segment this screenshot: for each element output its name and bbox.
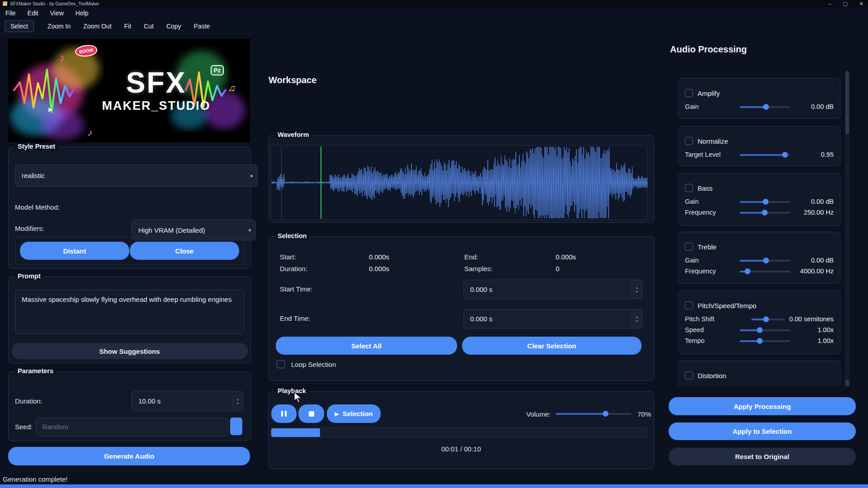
- duration-label: Duration:: [15, 397, 42, 405]
- apply-to-selection-button[interactable]: Apply to Selection: [669, 422, 856, 440]
- modifier-distant-button[interactable]: Distant: [20, 242, 129, 260]
- maximize-button[interactable]: ▢: [843, 1, 847, 7]
- tool-zoom-in[interactable]: Zoom In: [47, 23, 71, 30]
- tool-fit[interactable]: Fit: [124, 23, 132, 30]
- normalize-group: Normalize Target Level 0.95: [678, 126, 840, 166]
- treble-gain-label: Gain: [685, 257, 740, 264]
- start-time-input[interactable]: [464, 280, 642, 299]
- bottom-accent-strip: [0, 484, 868, 488]
- menu-view[interactable]: View: [50, 9, 64, 17]
- bass-gain-slider[interactable]: [740, 198, 790, 205]
- modifiers-frame: Distant Close: [15, 237, 244, 265]
- sel-samples-value: 0: [556, 265, 559, 272]
- target-level-slider[interactable]: [740, 151, 790, 158]
- generate-audio-button[interactable]: Generate Audio: [8, 447, 250, 465]
- treble-frequency-slider[interactable]: [740, 268, 790, 275]
- tool-zoom-out[interactable]: Zoom Out: [83, 23, 111, 30]
- reset-to-original-button[interactable]: Reset to Original: [669, 448, 856, 465]
- play-selection-label: Selection: [343, 410, 373, 418]
- target-level-value: 0.95: [795, 151, 834, 158]
- start-time-label: Start Time:: [280, 285, 313, 293]
- spin-arrows-icon[interactable]: ▲▼: [632, 310, 642, 328]
- tempo-slider[interactable]: [740, 338, 790, 344]
- toolbar: Select Zoom In Zoom Out Fit Cut Copy Pas…: [0, 19, 868, 34]
- treble-gain-slider[interactable]: [740, 257, 790, 264]
- normalize-checkbox[interactable]: [685, 137, 693, 145]
- close-button[interactable]: ✕: [859, 1, 863, 7]
- play-selection-button[interactable]: ▶ Selection: [327, 404, 381, 423]
- pitch-shift-label: Pitch Shift: [685, 315, 751, 323]
- clear-selection-button[interactable]: Clear Selection: [462, 337, 642, 355]
- playback-time: 00:01 / 00:10: [269, 445, 654, 453]
- spin-arrows-icon[interactable]: ▲▼: [632, 280, 642, 299]
- stop-icon: [309, 411, 314, 417]
- playback-progress-fill: [271, 428, 320, 437]
- pause-button[interactable]: [271, 404, 297, 423]
- style-preset-combobox[interactable]: realistic: [15, 164, 258, 187]
- processing-scrollbar[interactable]: [845, 71, 849, 386]
- duration-input[interactable]: [132, 391, 243, 411]
- bass-label: Bass: [698, 184, 712, 192]
- workspace-heading: Workspace: [269, 75, 316, 85]
- modifier-close-button[interactable]: Close: [130, 242, 239, 260]
- seed-input[interactable]: [36, 418, 228, 436]
- playhead-cursor[interactable]: [321, 146, 321, 219]
- chevron-down-icon: [249, 229, 251, 231]
- start-time-spinbox[interactable]: ▲▼: [463, 280, 642, 299]
- parameters-title: Parameters: [15, 367, 56, 375]
- random-seed-button[interactable]: [230, 418, 242, 435]
- speed-slider[interactable]: [740, 327, 790, 333]
- stop-button[interactable]: [298, 404, 324, 423]
- menu-file[interactable]: File: [5, 9, 16, 17]
- distortion-label: Distortion: [698, 372, 726, 380]
- amplify-gain-slider[interactable]: [740, 103, 790, 110]
- prompt-textarea[interactable]: Massive spaceship slowly flying overhead…: [15, 290, 244, 334]
- waveform-plot: [271, 145, 647, 220]
- tool-copy[interactable]: Copy: [166, 23, 181, 30]
- tool-select[interactable]: Select: [5, 20, 34, 32]
- apply-processing-button[interactable]: Apply Processing: [669, 397, 856, 415]
- waveform-display[interactable]: [271, 145, 648, 220]
- pitch-shift-slider[interactable]: [751, 316, 785, 323]
- playback-progress-bar[interactable]: [271, 428, 648, 437]
- bass-group: Bass Gain 0.00 dB Frequency 250.00 Hz: [678, 173, 840, 226]
- amplify-gain-value: 0.00 dB: [795, 103, 834, 110]
- target-level-label: Target Level: [685, 151, 740, 158]
- minimize-button[interactable]: –: [828, 1, 831, 6]
- app-logo: SFX MAKER_STUDIO BOOM Pz ♪ ♫ ♪ ➤: [8, 39, 250, 142]
- end-time-input[interactable]: [464, 310, 642, 328]
- distortion-checkbox[interactable]: [685, 371, 693, 380]
- menu-help[interactable]: Help: [75, 9, 89, 17]
- duration-spinbox[interactable]: ▲▼: [132, 391, 243, 411]
- tool-cut[interactable]: Cut: [144, 23, 154, 30]
- end-time-label: End Time:: [280, 314, 311, 322]
- scrollbar-down-button[interactable]: [845, 380, 849, 386]
- menubar: File Edit View Help: [0, 7, 868, 19]
- volume-slider-handle[interactable]: [603, 411, 609, 417]
- bass-frequency-label: Frequency: [685, 209, 740, 216]
- treble-checkbox[interactable]: [685, 243, 693, 251]
- arrow-icon: ➤: [47, 106, 53, 114]
- tool-paste[interactable]: Paste: [194, 23, 210, 30]
- audio-processing-heading: Audio Processing: [670, 44, 747, 55]
- loop-selection-checkbox[interactable]: [277, 360, 285, 368]
- logo-pz-badge: Pz: [211, 65, 224, 75]
- speed-value: 1.00x: [795, 326, 834, 333]
- bass-checkbox[interactable]: [685, 184, 693, 192]
- seed-field[interactable]: [36, 418, 228, 436]
- volume-slider[interactable]: [556, 410, 632, 417]
- app-window: SFXMaker Studio - by GameDev_ToolMaker –…: [0, 0, 868, 488]
- sel-start-label: Start:: [280, 253, 296, 261]
- scrollbar-thumb[interactable]: [845, 71, 849, 134]
- select-all-button[interactable]: Select All: [276, 337, 457, 355]
- bass-frequency-slider[interactable]: [740, 209, 790, 216]
- waveform-marker-line: [281, 147, 282, 218]
- pitch-speed-tempo-checkbox[interactable]: [685, 301, 693, 310]
- show-suggestions-button[interactable]: Show Suggestions: [11, 343, 248, 359]
- menu-edit[interactable]: Edit: [28, 9, 38, 17]
- play-icon: ▶: [335, 411, 339, 417]
- amplify-checkbox[interactable]: [685, 89, 693, 97]
- sel-duration-value: 0.000s: [369, 265, 389, 272]
- spin-arrows-icon[interactable]: ▲▼: [232, 391, 243, 411]
- end-time-spinbox[interactable]: ▲▼: [463, 309, 642, 328]
